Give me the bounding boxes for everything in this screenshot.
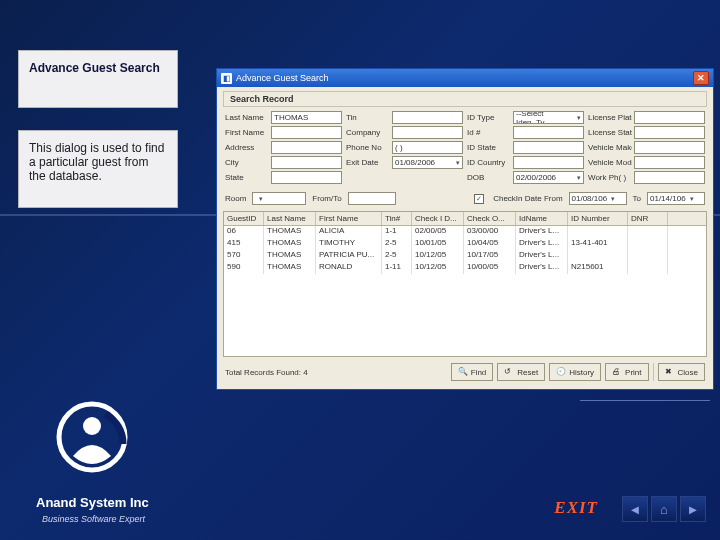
close-button[interactable]: ✖Close: [658, 363, 705, 381]
dob-input[interactable]: 02/00/2006: [513, 171, 584, 184]
table-row[interactable]: 570THOMASPATRICIA PU...2-510/12/0510/17/…: [224, 250, 706, 262]
from-date-input[interactable]: 01/08/106: [569, 192, 627, 205]
field-state: State: [225, 171, 342, 184]
col-header[interactable]: Check I D...: [412, 212, 464, 225]
license-state-input[interactable]: [634, 126, 705, 139]
room-select[interactable]: [252, 192, 306, 205]
app-icon: ◧: [221, 73, 232, 84]
field-id-type: ID Type--Select Iden..Ty.--: [467, 111, 584, 124]
slide-title: Advance Guest Search: [29, 61, 160, 75]
col-header[interactable]: Last Name: [264, 212, 316, 225]
checkin-label: CheckIn Date From: [493, 194, 562, 203]
company-input[interactable]: [392, 126, 463, 139]
separator: [653, 363, 654, 381]
first-name-input[interactable]: [271, 126, 342, 139]
field-tin: Tin: [346, 111, 463, 124]
dialog-button-bar: Total Records Found: 4 🔍Find ↺Reset 🕘His…: [217, 357, 713, 389]
field-vehicle-make: Vehicle Make: [588, 141, 705, 154]
table-row[interactable]: 06THOMASALICIA1-102/00/0503/00/00Driver'…: [224, 226, 706, 238]
to-date-input[interactable]: 01/14/106: [647, 192, 705, 205]
col-header[interactable]: First Name: [316, 212, 382, 225]
advance-guest-search-dialog: ◧ Advance Guest Search ✕ Search Record L…: [216, 68, 714, 390]
vehicle-make-input[interactable]: [634, 141, 705, 154]
search-icon: 🔍: [458, 367, 468, 377]
company-tagline: Business Software Expert: [42, 514, 145, 524]
field-work-ph: Work Ph( ): [588, 171, 705, 184]
col-header[interactable]: IdName: [516, 212, 568, 225]
company-name: Anand System Inc: [36, 495, 149, 510]
id-no-input[interactable]: [513, 126, 584, 139]
results-table: GuestIDLast NameFirst NameTin#Check I D.…: [223, 211, 707, 357]
filter-row: Room From/To ✓ CheckIn Date From 01/08/1…: [217, 190, 713, 211]
history-button[interactable]: 🕘History: [549, 363, 601, 381]
field-exit-date: Exit Date01/08/2006: [346, 156, 463, 169]
print-icon: 🖨: [612, 367, 622, 377]
col-header[interactable]: Tin#: [382, 212, 412, 225]
tin-input[interactable]: [392, 111, 463, 124]
slide-description-box: This dialog is used to find a particular…: [18, 130, 178, 208]
field-company: Company: [346, 126, 463, 139]
dialog-titlebar: ◧ Advance Guest Search ✕: [217, 69, 713, 87]
city-input[interactable]: [271, 156, 342, 169]
field-address: Address: [225, 141, 342, 154]
section-label: Search Record: [223, 91, 707, 107]
last-name-input[interactable]: THOMAS: [271, 111, 342, 124]
field-city: City: [225, 156, 342, 169]
find-button[interactable]: 🔍Find: [451, 363, 494, 381]
field-blank: [346, 171, 463, 184]
fromto-label: From/To: [312, 194, 341, 203]
close-door-icon: ✖: [665, 367, 675, 377]
field-last-name: Last NameTHOMAS: [225, 111, 342, 124]
state-input[interactable]: [271, 171, 342, 184]
field-id-state: ID State: [467, 141, 584, 154]
nav-next-button[interactable]: ►: [680, 496, 706, 522]
nav-controls: ◄ ⌂ ►: [622, 496, 706, 522]
nav-home-button[interactable]: ⌂: [651, 496, 677, 522]
field-license-state: License State: [588, 126, 705, 139]
table-row[interactable]: 415THOMASTIMOTHY2-510/01/0510/04/05Drive…: [224, 238, 706, 250]
id-country-input[interactable]: [513, 156, 584, 169]
history-icon: 🕘: [556, 367, 566, 377]
col-header[interactable]: ID Number: [568, 212, 628, 225]
field-license-plate: License Plate: [588, 111, 705, 124]
id-state-input[interactable]: [513, 141, 584, 154]
table-row[interactable]: 590THOMASRONALD1-1110/12/0510/00/05Drive…: [224, 262, 706, 274]
exit-link[interactable]: EXIT: [554, 498, 598, 518]
field-first-name: First Name: [225, 126, 342, 139]
reset-button[interactable]: ↺Reset: [497, 363, 545, 381]
exit-date-input[interactable]: 01/08/2006: [392, 156, 463, 169]
search-form: Last NameTHOMAS Tin ID Type--Select Iden…: [217, 107, 713, 190]
checkin-checkbox[interactable]: ✓: [474, 194, 484, 204]
slide-description: This dialog is used to find a particular…: [29, 141, 164, 183]
table-header: GuestIDLast NameFirst NameTin#Check I D.…: [224, 212, 706, 226]
field-id-no: Id #: [467, 126, 584, 139]
field-phone-no: Phone No( ): [346, 141, 463, 154]
slide-title-box: Advance Guest Search: [18, 50, 178, 108]
work-ph-input[interactable]: [634, 171, 705, 184]
vehicle-model-input[interactable]: [634, 156, 705, 169]
col-header[interactable]: Check O...: [464, 212, 516, 225]
col-header[interactable]: DNR: [628, 212, 668, 225]
field-vehicle-model: Vehicle Model: [588, 156, 705, 169]
phone-no-input[interactable]: ( ): [392, 141, 463, 154]
reset-icon: ↺: [504, 367, 514, 377]
to-label: To: [633, 194, 641, 203]
address-input[interactable]: [271, 141, 342, 154]
fromto-input[interactable]: [348, 192, 396, 205]
table-body: 06THOMASALICIA1-102/00/0503/00/00Driver'…: [224, 226, 706, 274]
company-logo: [55, 400, 129, 478]
field-dob: DOB02/00/2006: [467, 171, 584, 184]
col-header[interactable]: GuestID: [224, 212, 264, 225]
id-type-select[interactable]: --Select Iden..Ty.--: [513, 111, 584, 124]
license-plate-input[interactable]: [634, 111, 705, 124]
nav-prev-button[interactable]: ◄: [622, 496, 648, 522]
decorative-underline: [580, 400, 710, 401]
status-text: Total Records Found: 4: [225, 368, 447, 377]
svg-point-1: [83, 417, 101, 435]
print-button[interactable]: 🖨Print: [605, 363, 648, 381]
dialog-title: Advance Guest Search: [236, 73, 329, 83]
room-label: Room: [225, 194, 246, 203]
close-icon[interactable]: ✕: [693, 71, 709, 85]
field-id-country: ID Country: [467, 156, 584, 169]
